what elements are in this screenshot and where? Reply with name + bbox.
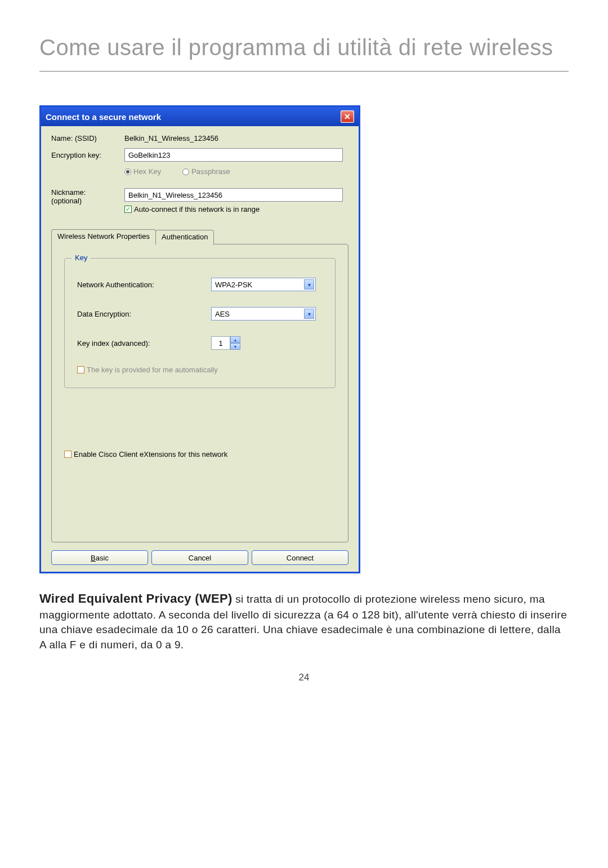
autoconnect-label: Auto-connect if this network is in range [134, 205, 260, 213]
wep-paragraph: Wired Equivalent Privacy (WEP) si tratta… [39, 590, 569, 653]
network-auth-dropdown[interactable]: WPA2-PSK ▾ [211, 278, 316, 291]
dialog-window: Connect to a secure network ✕ Name: (SSI… [39, 105, 360, 573]
nickname-label: Nickname: [51, 188, 124, 197]
cancel-button[interactable]: Cancel [151, 550, 248, 565]
radio-hex-key[interactable]: Hex Key [124, 167, 161, 176]
encryption-key-input[interactable] [124, 148, 343, 162]
nickname-optional-label: (optional) [51, 197, 124, 205]
auto-key-label: The key is provided for me automatically [87, 366, 218, 374]
key-fieldset: Key Network Authentication: WPA2-PSK ▾ D… [64, 258, 336, 388]
radio-passphrase[interactable]: Passphrase [182, 167, 230, 176]
chevron-down-icon: ▾ [304, 279, 314, 290]
data-encryption-dropdown[interactable]: AES ▾ [211, 307, 316, 321]
autoconnect-checkbox[interactable] [124, 206, 132, 213]
tab-authentication[interactable]: Authentication [155, 230, 214, 245]
close-button[interactable]: ✕ [341, 110, 354, 123]
ssid-value: Belkin_N1_Wireless_123456 [124, 134, 218, 143]
data-encryption-label: Data Encryption: [77, 310, 211, 318]
wep-heading: Wired Equivalent Privacy (WEP) [39, 591, 233, 606]
spinner-up-icon[interactable]: ▲ [230, 336, 240, 343]
authentication-panel: Key Network Authentication: WPA2-PSK ▾ D… [51, 244, 348, 542]
dialog-title: Connect to a secure network [46, 112, 161, 122]
network-auth-label: Network Authentication: [77, 281, 211, 289]
data-encryption-value: AES [215, 310, 230, 318]
basic-button[interactable]: Basic [51, 550, 148, 565]
ssid-label: Name: (SSID) [51, 134, 124, 143]
key-index-spinner[interactable]: ▲ ▼ [211, 336, 240, 350]
key-format-radios: Hex Key Passphrase [124, 167, 348, 176]
nickname-input[interactable] [124, 188, 343, 202]
network-auth-value: WPA2-PSK [215, 281, 252, 289]
spinner-down-icon[interactable]: ▼ [230, 343, 240, 350]
radio-hex-label: Hex Key [133, 167, 161, 176]
page-title: Come usare il programma di utilità di re… [39, 34, 569, 72]
radio-unselected-icon [182, 168, 189, 175]
chevron-down-icon: ▾ [304, 309, 314, 319]
titlebar: Connect to a secure network ✕ [41, 107, 359, 126]
key-index-input[interactable] [211, 336, 230, 350]
tab-wireless-properties[interactable]: Wireless Network Properties [51, 229, 156, 244]
auto-key-checkbox[interactable] [77, 366, 84, 373]
encryption-key-label: Encryption key: [51, 151, 124, 159]
dialog-body: Name: (SSID) Belkin_N1_Wireless_123456 E… [41, 126, 359, 572]
key-legend: Key [71, 253, 91, 262]
cisco-extensions-label: Enable Cisco Client eXtensions for this … [74, 450, 227, 459]
radio-passphrase-label: Passphrase [191, 167, 230, 176]
page-number: 24 [39, 672, 569, 683]
radio-selected-icon [124, 168, 131, 175]
cisco-extensions-checkbox[interactable] [64, 451, 71, 458]
close-icon: ✕ [344, 112, 351, 121]
key-index-label: Key index (advanced): [77, 339, 211, 348]
connect-button[interactable]: Connect [252, 550, 348, 565]
